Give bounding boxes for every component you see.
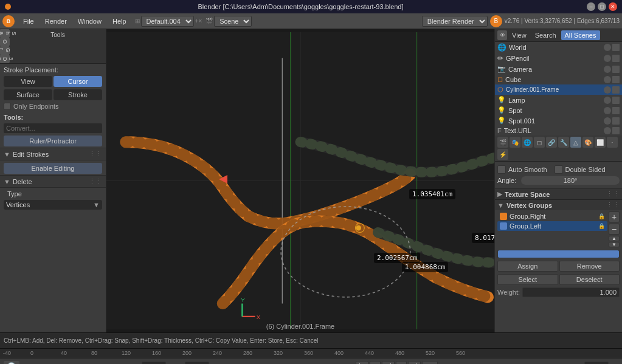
visibility-icon[interactable] — [604, 127, 611, 134]
vg-item-group-left[interactable]: Group.Left 🔒 — [497, 221, 607, 231]
particle-icon[interactable]: · — [607, 137, 618, 148]
mesh-prop-icon[interactable]: △ — [570, 137, 581, 148]
visibility-icon[interactable] — [604, 55, 611, 62]
scene-item-gpencil[interactable]: ✏ GPencil — [495, 53, 622, 64]
workspace-selector[interactable]: Default.004 — [141, 16, 194, 27]
tab-grease[interactable]: Gr — [0, 46, 10, 55]
tab-search[interactable]: Search — [531, 30, 560, 40]
scene-prop-icon[interactable]: 🎭 — [510, 137, 520, 148]
render-icon[interactable] — [612, 44, 620, 51]
timeline-clock-tab[interactable]: 🕐 — [4, 361, 19, 364]
close-button[interactable]: ✕ — [609, 2, 617, 11]
visibility-icon[interactable] — [604, 76, 611, 83]
visibility-icon[interactable] — [604, 107, 611, 114]
menu-file[interactable]: File — [18, 16, 39, 26]
tab-view[interactable]: View — [508, 30, 530, 40]
render-prop-icon[interactable]: 🎬 — [497, 137, 508, 148]
scene-item-cube[interactable]: ◻ Cube — [495, 74, 622, 84]
vg-add-button[interactable]: + — [609, 211, 620, 222]
render-icon[interactable] — [612, 127, 620, 134]
step-forward-button[interactable]: ▶| — [408, 361, 421, 364]
vg-remove-button[interactable]: − — [609, 224, 620, 235]
viewport[interactable]: Top Persp Meters + — [106, 29, 494, 332]
auto-smooth-checkbox[interactable] — [497, 165, 506, 174]
tab-3dp[interactable]: 3DP — [0, 55, 10, 63]
timeline-marker-tab[interactable]: Marker — [22, 362, 50, 365]
texture-space-header[interactable]: ▶ Texture Space ⋮⋮ — [495, 188, 622, 199]
modifier-icon[interactable]: 🔧 — [558, 137, 569, 148]
tab-all-scenes[interactable]: All Scenes — [561, 30, 600, 40]
constraint-icon[interactable]: 🔗 — [546, 137, 557, 148]
timeline-frame-tab[interactable]: Frame — [52, 362, 79, 365]
double-sided-checkbox[interactable] — [555, 165, 563, 174]
scene-item-camera[interactable]: 📷 Camera — [495, 64, 622, 74]
stroke-button[interactable]: Stroke — [54, 89, 102, 100]
assign-button[interactable]: Assign — [497, 261, 558, 272]
visibility-icon[interactable] — [604, 66, 611, 73]
tools-tab[interactable]: Tools — [10, 29, 106, 63]
only-endpoints-checkbox[interactable] — [4, 103, 11, 110]
scene-item-lamp[interactable]: 💡 Lamp — [495, 95, 622, 105]
world-prop-icon[interactable]: 🌐 — [522, 137, 533, 148]
deselect-button[interactable]: Deselect — [559, 274, 620, 285]
menu-help[interactable]: Help — [108, 16, 131, 26]
edit-strokes-header[interactable]: ▼ Edit Strokes ⋮⋮ — [0, 148, 106, 160]
render-icon[interactable] — [612, 86, 620, 94]
play-button[interactable]: ▶ — [396, 361, 407, 364]
step-back-button[interactable]: ◀ — [370, 361, 381, 364]
select-button[interactable]: Select — [497, 274, 558, 285]
menu-window[interactable]: Window — [73, 16, 106, 26]
tab-shading[interactable]: Shad — [0, 29, 10, 38]
convert-input[interactable] — [4, 123, 102, 133]
scene-item-world[interactable]: 🌐 World — [495, 42, 622, 53]
scene-item-spot001[interactable]: 💡 Spot.001 — [495, 115, 622, 126]
enable-editing-button[interactable]: Enable Editing — [4, 163, 102, 174]
texture-icon[interactable]: ⬜ — [595, 137, 606, 148]
timeline-playback-tab[interactable]: Playback — [81, 362, 116, 365]
maximize-button[interactable]: □ — [598, 2, 606, 11]
menu-render[interactable]: Render — [40, 16, 72, 26]
delete-header[interactable]: ▼ Delete ⋮⋮ — [0, 175, 106, 188]
render-icon[interactable] — [612, 66, 620, 73]
scene-item-spot[interactable]: 💡 Spot — [495, 105, 622, 115]
play-back-button[interactable]: ◀| — [382, 361, 395, 364]
angle-value[interactable]: 180° — [521, 176, 620, 185]
minimize-button[interactable]: – — [587, 2, 595, 11]
weight-value[interactable]: 1.000 — [522, 287, 620, 297]
visibility-icon[interactable] — [604, 97, 611, 104]
ruler-button[interactable]: Ruler/Protractor — [4, 136, 102, 146]
scene-item-cylinder[interactable]: ⬡ Cylinder.001.Frame — [495, 84, 622, 95]
render-icon[interactable] — [612, 76, 620, 83]
type-dropdown-icon[interactable]: ▼ — [93, 201, 100, 208]
scene-item-text[interactable]: F Text.URL — [495, 126, 622, 136]
jump-end-button[interactable]: ▶▶ — [422, 361, 438, 364]
current-frame[interactable]: 6 — [584, 362, 609, 365]
render-icon[interactable] — [612, 117, 620, 125]
render-icon[interactable] — [612, 55, 620, 62]
scene-view-icon[interactable]: 👁 — [497, 30, 507, 40]
vg-up-arrow[interactable]: ▲ — [609, 236, 620, 241]
start-value[interactable]: 1 — [142, 362, 166, 365]
render-icon[interactable] — [612, 107, 620, 114]
physics-icon[interactable]: ⚡ — [497, 149, 508, 160]
surface-button[interactable]: Surface — [4, 89, 52, 100]
render-icon[interactable] — [612, 97, 620, 104]
only-endpoints-label: Only Endpoints — [13, 103, 59, 110]
cursor-button[interactable]: Cursor — [54, 76, 102, 87]
vg-down-arrow[interactable]: ▼ — [609, 242, 620, 247]
jump-start-button[interactable]: |◀ — [356, 361, 368, 364]
vg-item-group-right[interactable]: Group.Right 🔒 — [497, 211, 607, 221]
view-button[interactable]: View — [4, 76, 52, 87]
visibility-icon[interactable] — [604, 117, 611, 125]
visibility-icon[interactable] — [604, 86, 611, 94]
visibility-icon[interactable] — [604, 44, 611, 51]
object-prop-icon[interactable]: ◻ — [534, 137, 545, 148]
end-value[interactable]: 250 — [185, 362, 209, 365]
material-icon[interactable]: 🎨 — [582, 137, 593, 148]
render-engine-selector[interactable]: Blender Render — [422, 16, 488, 27]
vertex-groups-title: Vertex Groups — [506, 202, 606, 209]
remove-button[interactable]: Remove — [559, 261, 620, 272]
red-selection-arrow — [219, 175, 227, 184]
scene-selector[interactable]: Scene — [214, 16, 252, 27]
tab-object[interactable]: O — [0, 38, 10, 46]
